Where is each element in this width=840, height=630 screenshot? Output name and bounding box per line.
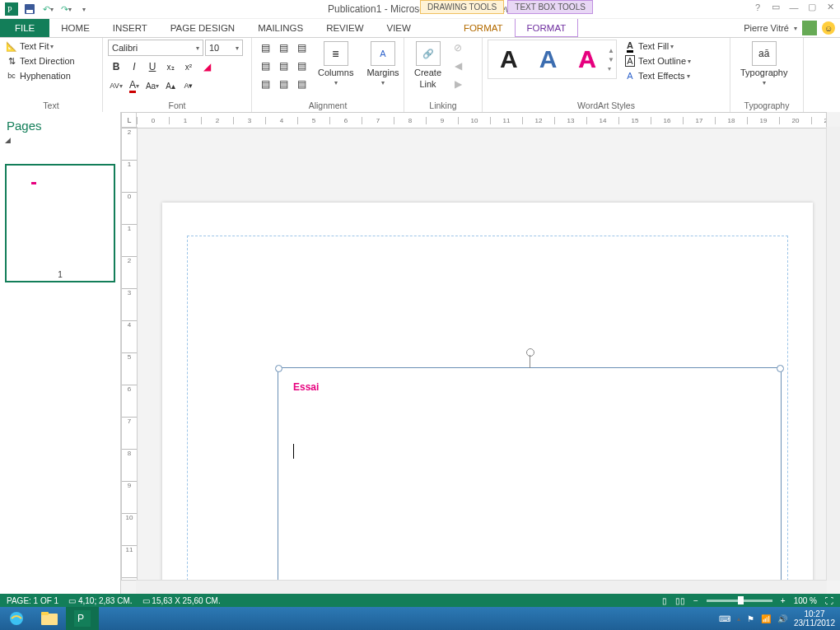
tab-review[interactable]: REVIEW	[315, 19, 375, 37]
clear-format-button[interactable]: ◢	[198, 58, 215, 75]
status-page[interactable]: PAGE: 1 OF 1	[7, 596, 58, 605]
margins-button[interactable]: AMargins▾	[362, 40, 404, 88]
wa-gallery-up[interactable]: ▲	[608, 47, 614, 54]
align-bc[interactable]: ▤	[275, 76, 292, 92]
tab-format-drawing[interactable]: FORMAT	[452, 19, 515, 37]
rotate-handle[interactable]	[526, 348, 534, 357]
status-bar: PAGE: 1 OF 1 ▭ 4,10; 2,83 CM. ▭ 15,63 X …	[0, 594, 840, 607]
page-canvas[interactable]: Essai	[162, 203, 813, 594]
app-icon[interactable]: P	[3, 1, 20, 17]
wordart-style-1[interactable]: A	[490, 42, 528, 77]
align-tr[interactable]: ▤	[293, 40, 310, 56]
horizontal-scrollbar[interactable]	[136, 580, 827, 594]
wordart-style-3[interactable]: A	[568, 42, 606, 77]
group-alignment: ▤▤▤ ▤▤▤ ▤▤▤ ≣Columns▾ AMargins▾ Alignmen…	[252, 38, 404, 112]
vertical-scrollbar[interactable]	[826, 127, 840, 581]
typography-button[interactable]: aāTypography▾	[735, 40, 792, 88]
handle-tr[interactable]	[777, 365, 784, 372]
svg-rect-3	[26, 10, 33, 13]
align-bl[interactable]: ▤	[257, 76, 273, 92]
tray-clock[interactable]: 10:27 23/11/2012	[794, 609, 835, 628]
wordart-style-2[interactable]: A	[530, 42, 567, 77]
feedback-icon[interactable]: ☺	[822, 21, 835, 35]
tab-format-textbox[interactable]: FORMAT	[515, 19, 579, 37]
font-size-combo[interactable]: 10▾	[205, 40, 243, 56]
tab-home[interactable]: HOME	[49, 19, 101, 37]
subscript-button[interactable]: x₂	[162, 58, 179, 75]
char-spacing-button[interactable]: AV▾	[108, 77, 124, 94]
text-direction-button[interactable]: ⇅Text Direction	[5, 54, 75, 68]
editing-surface[interactable]: L 0123456789101112131415161718192021 210…	[121, 112, 840, 594]
zoom-fit-icon[interactable]: ⛶	[825, 596, 833, 605]
text-fill-button[interactable]: AText Fill▾	[623, 40, 691, 53]
tab-view[interactable]: VIEW	[376, 19, 422, 37]
tray-network-icon[interactable]: 📶	[761, 614, 771, 623]
break-link-button[interactable]: ⊘	[450, 40, 466, 56]
tab-file[interactable]: FILE	[0, 19, 49, 37]
ribbon-options-button[interactable]: ▭	[769, 2, 782, 12]
change-case-button[interactable]: Aa▾	[144, 77, 161, 94]
titlebar: P ↶▾ ↷▾ ▾ Publication1 - Microsoft Publi…	[0, 0, 840, 19]
create-link-button[interactable]: 🔗CreateLink	[409, 40, 446, 91]
taskbar-explorer-icon[interactable]	[33, 607, 66, 630]
align-mr[interactable]: ▤	[293, 58, 310, 74]
zoom-level[interactable]: 100 %	[794, 596, 817, 605]
view-spread-icon[interactable]: ▯▯	[675, 596, 685, 605]
handle-tl[interactable]	[275, 365, 282, 372]
tray-flag-icon[interactable]: ⚑	[747, 614, 754, 623]
pages-title: Pages	[5, 115, 115, 136]
underline-button[interactable]: U	[144, 58, 161, 75]
tray-volume-icon[interactable]: 🔊	[777, 614, 787, 623]
bold-button[interactable]: B	[108, 58, 124, 75]
tab-insert[interactable]: INSERT	[101, 19, 159, 37]
hyphenation-button[interactable]: bcHyphenation	[5, 69, 75, 82]
tab-mailings[interactable]: MAILINGS	[246, 19, 315, 37]
prev-link-button[interactable]: ◀	[450, 58, 466, 74]
avatar	[802, 21, 817, 35]
qat-customize[interactable]: ▾	[76, 1, 92, 17]
page-thumbnail-1[interactable]: 1	[5, 164, 115, 282]
align-mc[interactable]: ▤	[275, 58, 292, 74]
next-link-button[interactable]: ▶	[450, 76, 466, 92]
font-name-combo[interactable]: Calibri▾	[108, 40, 203, 56]
maximize-button[interactable]: ▢	[805, 2, 819, 12]
text-box[interactable]: Essai	[278, 367, 782, 594]
ruler-vertical[interactable]: 210123456789101112131415	[121, 127, 138, 581]
align-br[interactable]: ▤	[293, 76, 310, 92]
zoom-slider[interactable]	[707, 600, 772, 602]
italic-button[interactable]: I	[126, 58, 142, 75]
zoom-out-button[interactable]: −	[693, 596, 698, 605]
align-ml[interactable]: ▤	[257, 58, 273, 74]
taskbar-publisher-icon[interactable]: P	[66, 607, 99, 630]
redo-button[interactable]: ↷▾	[58, 1, 74, 17]
shrink-font-button[interactable]: A▾	[180, 77, 197, 94]
help-button[interactable]: ?	[751, 2, 764, 12]
save-button[interactable]	[21, 1, 38, 17]
tab-page-design[interactable]: PAGE DESIGN	[159, 19, 246, 37]
font-color-button[interactable]: A▾	[126, 77, 142, 94]
svg-text:P: P	[77, 613, 84, 624]
taskbar-ie-icon[interactable]	[0, 607, 33, 630]
superscript-button[interactable]: x²	[180, 58, 197, 75]
text-effects-button[interactable]: AText Effects▾	[623, 69, 691, 82]
tray-chevron-icon[interactable]: ▴	[737, 615, 740, 623]
columns-button[interactable]: ≣Columns▾	[313, 40, 358, 88]
wa-gallery-more[interactable]: ▾	[608, 65, 614, 72]
align-tl[interactable]: ▤	[257, 40, 273, 56]
view-single-icon[interactable]: ▯	[662, 596, 667, 605]
close-button[interactable]: ✕	[824, 2, 837, 12]
text-outline-button[interactable]: AText Outline▾	[623, 54, 691, 68]
ruler-horizontal[interactable]: 0123456789101112131415161718192021	[136, 112, 827, 128]
tray-keyboard-icon[interactable]: ⌨	[719, 614, 730, 623]
zoom-in-button[interactable]: +	[781, 596, 786, 605]
text-fit-button[interactable]: 📐Text Fit▾	[5, 40, 75, 53]
ruler-corner[interactable]: L	[121, 112, 138, 128]
grow-font-button[interactable]: A▴	[162, 77, 179, 94]
undo-button[interactable]: ↶▾	[40, 1, 56, 17]
pages-collapse-icon[interactable]: ◢	[5, 136, 115, 144]
align-tc[interactable]: ▤	[275, 40, 292, 56]
status-position: ▭ 4,10; 2,83 CM.	[68, 596, 132, 605]
minimize-button[interactable]: —	[787, 2, 800, 12]
wa-gallery-down[interactable]: ▼	[608, 56, 614, 63]
user-account[interactable]: Pierre Vitré▾ ☺	[744, 21, 835, 35]
